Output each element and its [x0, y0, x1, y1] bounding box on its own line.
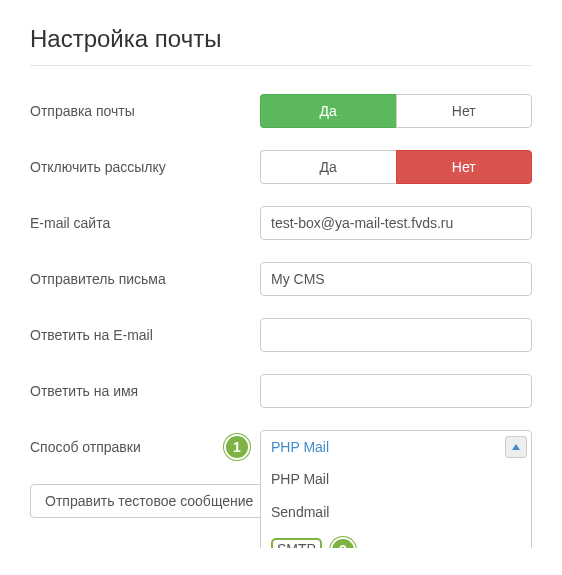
send-method-display[interactable]: PHP Mail [260, 430, 532, 464]
callout-1: 1 [224, 434, 250, 460]
toggle-send-mail-no[interactable]: Нет [396, 94, 533, 128]
option-sendmail[interactable]: Sendmail [261, 496, 531, 529]
toggle-disable-mailing-no[interactable]: Нет [396, 150, 533, 184]
divider [30, 65, 532, 66]
label-reply-email: Ответить на E-mail [30, 327, 260, 343]
toggle-disable-mailing: Да Нет [260, 150, 532, 184]
option-smtp-text: SMTP [271, 538, 322, 548]
send-test-button[interactable]: Отправить тестовое сообщение [30, 484, 268, 518]
row-reply-name: Ответить на имя [30, 374, 532, 408]
reply-name-input[interactable] [260, 374, 532, 408]
callout-2: 2 [330, 537, 356, 548]
toggle-send-mail-yes[interactable]: Да [260, 94, 396, 128]
option-smtp[interactable]: SMTP 2 [261, 529, 531, 548]
row-reply-email: Ответить на E-mail [30, 318, 532, 352]
page-title: Настройка почты [30, 25, 532, 53]
label-sender: Отправитель письма [30, 271, 260, 287]
toggle-disable-mailing-yes[interactable]: Да [260, 150, 396, 184]
row-sender: Отправитель письма [30, 262, 532, 296]
row-disable-mailing: Отключить рассылку Да Нет [30, 150, 532, 184]
label-reply-name: Ответить на имя [30, 383, 260, 399]
label-send-mail: Отправка почты [30, 103, 260, 119]
option-php-mail[interactable]: PHP Mail [261, 463, 531, 496]
sender-input[interactable] [260, 262, 532, 296]
site-email-input[interactable] [260, 206, 532, 240]
send-method-selected-text: PHP Mail [271, 431, 329, 463]
toggle-send-mail: Да Нет [260, 94, 532, 128]
send-method-select[interactable]: PHP Mail PHP Mail Sendmail SMTP 2 [260, 430, 532, 464]
row-send-mail: Отправка почты Да Нет [30, 94, 532, 128]
reply-email-input[interactable] [260, 318, 532, 352]
row-site-email: E-mail сайта [30, 206, 532, 240]
label-disable-mailing: Отключить рассылку [30, 159, 260, 175]
label-site-email: E-mail сайта [30, 215, 260, 231]
send-method-dropdown: PHP Mail Sendmail SMTP 2 [260, 463, 532, 548]
chevron-up-icon [505, 436, 527, 458]
row-send-method: Способ отправки 1 PHP Mail PHP Mail Send… [30, 430, 532, 464]
